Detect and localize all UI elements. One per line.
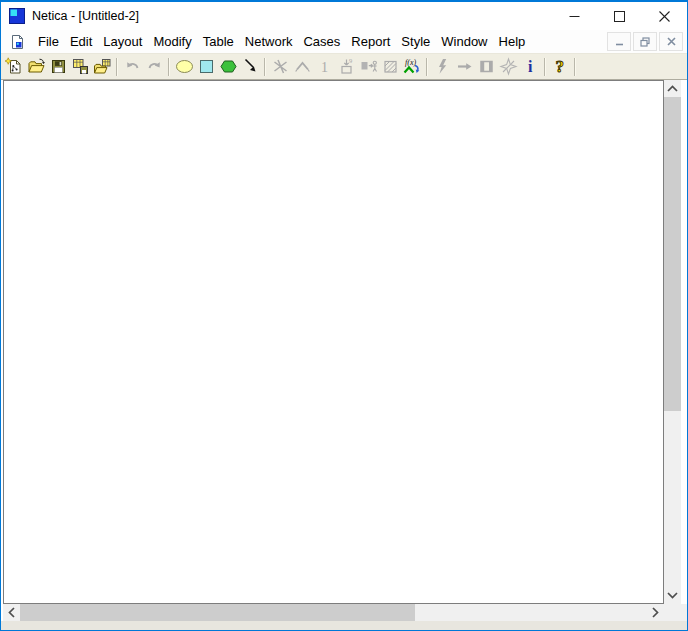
discretize-icon: 9: [337, 57, 356, 76]
help-glyph: ?: [555, 57, 564, 76]
toolbar: 1 9 f(x): [1, 53, 687, 80]
absorb-node-icon: [359, 57, 378, 76]
menu-edit[interactable]: Edit: [65, 32, 97, 51]
toolbar-separator: [574, 58, 576, 76]
save-floppy-icon: [49, 57, 68, 76]
open-folder-icon: [27, 57, 46, 76]
link-arrow-icon: [241, 57, 260, 76]
bottom-frame-strip: [1, 621, 687, 630]
reverse-link-icon: [293, 57, 312, 76]
menu-bar: File Edit Layout Modify Table Network Ca…: [1, 30, 687, 53]
menu-modify[interactable]: Modify: [148, 32, 196, 51]
resolve-window-button[interactable]: [475, 56, 497, 77]
function-icon: f(x): [402, 57, 422, 76]
menu-layout[interactable]: Layout: [98, 32, 147, 51]
minimize-icon: [569, 11, 580, 22]
scroll-up-button[interactable]: [664, 80, 681, 97]
right-frame-gap: [681, 80, 687, 604]
horizontal-scrollbar[interactable]: [3, 604, 664, 621]
menu-file[interactable]: File: [33, 32, 64, 51]
chevron-down-icon: [667, 592, 678, 599]
new-network-icon: [5, 57, 24, 76]
vertical-scrollbar[interactable]: [664, 80, 681, 604]
mdi-restore-button[interactable]: [633, 32, 657, 51]
one-glyph: 1: [321, 60, 328, 75]
scroll-left-button[interactable]: [3, 604, 20, 621]
hatched-box-icon: [381, 57, 400, 76]
menu-table[interactable]: Table: [198, 32, 239, 51]
utility-node-tool-button[interactable]: [217, 56, 239, 77]
scroll-right-button[interactable]: [647, 604, 664, 621]
horizontal-scroll-thumb[interactable]: [20, 604, 415, 621]
menu-report[interactable]: Report: [346, 32, 395, 51]
crossed-star-icon: [499, 57, 518, 76]
new-network-button[interactable]: [3, 56, 25, 77]
open-window-icon: [93, 57, 112, 76]
open-window-button[interactable]: [91, 56, 113, 77]
mdi-close-button[interactable]: [659, 32, 683, 51]
toolbar-separator: [264, 58, 266, 76]
netica-window: Netica - [Untitled-2] File Edit Layout M…: [0, 0, 688, 631]
maximize-button[interactable]: [597, 2, 642, 30]
minimize-button[interactable]: [552, 2, 597, 30]
info-icon: i: [521, 57, 540, 76]
window-title: Netica - [Untitled-2]: [32, 9, 139, 23]
window-frame-icon: [477, 57, 496, 76]
lightning-icon: [433, 57, 452, 76]
mdi-minimize-button[interactable]: [607, 32, 631, 51]
delete-links-button[interactable]: [269, 56, 291, 77]
open-network-button[interactable]: [25, 56, 47, 77]
redo-button[interactable]: [143, 56, 165, 77]
redo-icon: [145, 57, 164, 76]
save-network-button[interactable]: [47, 56, 69, 77]
decision-node-tool-button[interactable]: [195, 56, 217, 77]
menu-help[interactable]: Help: [494, 32, 531, 51]
right-arrow-icon: [455, 57, 474, 76]
vertical-scroll-thumb[interactable]: [664, 97, 681, 411]
close-button[interactable]: [642, 2, 687, 30]
remove-findings-button[interactable]: [497, 56, 519, 77]
toolbar-separator: [544, 58, 546, 76]
menu-style[interactable]: Style: [396, 32, 435, 51]
utility-node-icon: [219, 57, 238, 76]
equation-to-table-button[interactable]: f(x): [401, 56, 423, 77]
help-icon: ?: [551, 57, 570, 76]
resolve-uncertainty-button[interactable]: 1: [313, 56, 335, 77]
link-tool-button[interactable]: [239, 56, 261, 77]
reverse-link-button[interactable]: [291, 56, 313, 77]
menu-network[interactable]: Network: [240, 32, 298, 51]
scroll-down-button[interactable]: [664, 587, 681, 604]
one-icon: 1: [315, 57, 334, 76]
node-info-button[interactable]: i: [519, 56, 541, 77]
menu-window[interactable]: Window: [436, 32, 492, 51]
nature-node-tool-button[interactable]: [173, 56, 195, 77]
vertical-scroll-track[interactable]: [664, 97, 681, 587]
decision-node-icon: [197, 57, 216, 76]
absorb-node-button[interactable]: [357, 56, 379, 77]
chevron-left-icon: [8, 607, 15, 618]
close-icon: [659, 11, 670, 22]
delete-links-icon: [271, 57, 290, 76]
title-bar: Netica - [Untitled-2]: [1, 2, 687, 30]
chevron-up-icon: [667, 85, 678, 92]
toolbar-separator: [116, 58, 118, 76]
nature-node-icon: [175, 57, 194, 76]
save-window-button[interactable]: [69, 56, 91, 77]
toolbar-separator: [168, 58, 170, 76]
scrollbar-corner: [664, 604, 687, 621]
compile-net-button[interactable]: [431, 56, 453, 77]
mdi-restore-icon: [640, 37, 650, 47]
menu-cases[interactable]: Cases: [298, 32, 345, 51]
learn-net-button[interactable]: [379, 56, 401, 77]
chevron-right-icon: [652, 607, 659, 618]
help-button[interactable]: ?: [549, 56, 571, 77]
discretize-node-button[interactable]: 9: [335, 56, 357, 77]
horizontal-scroll-track[interactable]: [20, 604, 647, 621]
auto-update-button[interactable]: [453, 56, 475, 77]
document-icon[interactable]: [10, 34, 25, 50]
undo-button[interactable]: [121, 56, 143, 77]
info-glyph: i: [528, 58, 533, 75]
undo-icon: [123, 57, 142, 76]
network-canvas[interactable]: [3, 80, 664, 604]
netica-app-icon: [9, 8, 25, 24]
